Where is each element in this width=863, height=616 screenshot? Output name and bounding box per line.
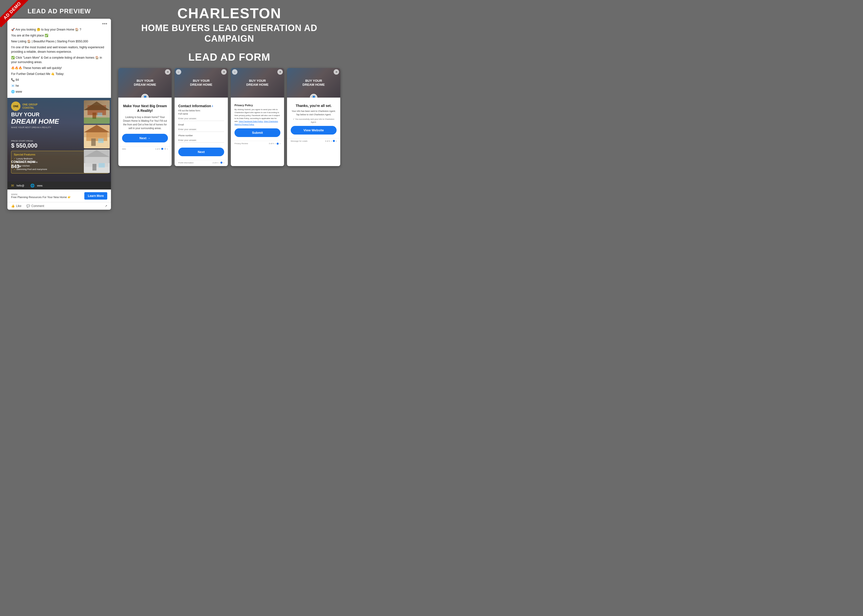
close-button-intro[interactable]: ✕ [165,69,170,75]
thanks-title: Thanks, you're all set. [291,104,337,108]
privacy-steps: 3 of 4 ‹ › [269,142,280,145]
thanks-view-website-button[interactable]: View Website [291,126,337,135]
form-card-prefill-footer: Prefill Information 2 of 4 ‹ › [175,160,228,166]
step-2-label: 2 of 4 [213,162,217,164]
step-3-label: 3 of 4 [269,142,274,145]
intro-next-button[interactable]: Next → [122,134,168,142]
step-dot-4a [333,140,335,142]
svg-rect-6 [84,118,110,124]
contact-number: 843- [11,163,35,169]
main-title: CHARLESTON [118,5,340,22]
svg-rect-18 [99,163,105,168]
ad-text-line-6: 🔥🔥🔥 These homes will sell quickly! [11,66,107,70]
cta-text: Free Planning Resources For Your New Hom… [11,196,84,199]
form-card-prefill-nav: ‹ ✕ [176,69,227,75]
form-card-privacy-nav: ‹ ✕ [232,69,283,75]
comment-button[interactable]: 💬 Comment [27,204,44,208]
form-card-prefill-body: Contact Information ℹ Fill out the below… [175,97,228,160]
intro-body: Looking to buy a dream home? Your Dream … [122,115,168,130]
ad-card-text: 🚀 Are you looking 🤔 to buy your Dream Ho… [7,27,111,98]
ad-text-email: 📧 he [11,83,107,88]
ad-bottom-bar: ✉ hello@ 🌐 www. [7,182,111,190]
svg-rect-12 [98,138,104,143]
form-card-thanks-img: ✕ BUY YOUR DREAM HOME 👤 [287,68,340,97]
ad-text-line-2: You are at the right place ✅ [11,33,107,38]
step-forward-2[interactable]: › [224,161,224,164]
fullname-input[interactable] [178,116,224,121]
svg-rect-9 [86,132,107,141]
bottom-web-text: www. [37,184,43,187]
step-dot-2 [164,148,166,150]
phone-input[interactable] [178,138,224,143]
step-back-2[interactable]: ‹ [219,161,219,164]
like-button[interactable]: 👍 Like [11,204,22,208]
house-photo-2 [84,125,110,148]
fullname-label: Full name [178,113,224,115]
form-card-intro-footer: Intro 1 of 4 › [118,146,172,152]
bottom-email-text: hello@ [17,184,24,187]
form-card-prefill: ‹ ✕ BUY YOUR DREAM HOME Contact Informat… [175,68,228,166]
close-button-privacy[interactable]: ✕ [277,69,283,75]
form-card-privacy-body: Privacy Policy By clicking Submit, you a… [231,97,284,141]
svg-rect-17 [93,164,96,171]
privacy-submit-button[interactable]: Submit [235,128,280,137]
step-dot-1 [161,148,163,150]
cta-www: WWW. [11,193,84,196]
form-card-thanks: ✕ BUY YOUR DREAM HOME 👤 Thanks, you're a… [287,68,340,166]
step-dot-3a [277,143,279,145]
prefill-title: Contact Information [178,104,211,108]
logo-circle: ONE [11,102,20,111]
house-photo-3 [84,149,110,173]
left-section: LEAD AD PREVIEW ••• 🚀 Are you looking 🤔 … [7,7,111,210]
thumb-up-icon: 👍 [11,204,15,208]
prefill-next-button[interactable]: Next [178,148,224,156]
ad-cta-bar: WWW. Free Planning Resources For Your Ne… [7,190,111,202]
learn-more-button[interactable]: Learn More [84,192,107,200]
step-forward-4[interactable]: › [336,140,337,142]
svg-rect-15 [85,157,109,167]
logo-area: ONE ONE GROUP COASTAL [11,102,38,111]
phone-label: Phone number [178,134,224,137]
form-card-privacy: ‹ ✕ BUY YOUR DREAM HOME Privacy Policy B… [231,68,284,166]
form-card-intro-nav: ✕ [120,69,170,75]
form-card-intro: ✕ BUY YOUR DREAM HOME 👤 Make Your Next B… [118,68,172,166]
ad-demo-ribbon: AD DEMO [0,0,30,30]
step-forward-3[interactable]: › [280,142,280,145]
ad-text-line-3: New Listing 🏠 | Beautiful Places | Start… [11,39,107,44]
ad-social-bar: 👍 Like 💬 Comment ↗ [7,202,111,210]
house-photos [84,100,110,173]
form-card-thanks-body: Thanks, you're all set. Your info has be… [287,97,340,138]
ad-text-line-5: ✅ Click "Learn More" & Get a complete li… [11,55,107,64]
ad-text-line-4: I'm one of the most trusted and well kno… [11,45,107,54]
back-button-prefill[interactable]: ‹ [176,69,181,75]
contact-section: CONTACT NOW 843- [11,160,35,169]
ad-cta-left: WWW. Free Planning Resources For Your Ne… [11,193,84,199]
ad-headline: BUY YOUR DREAM HOME MAKE YOUR NEXT DREAM… [11,112,81,129]
privacy-footer-label: Privacy Review [235,142,248,145]
intro-steps: 1 of 4 › [155,148,168,150]
step-forward-1[interactable]: › [167,148,168,150]
comment-icon: 💬 [27,204,30,208]
thanks-note: ✓ You successfully sent your info to Cha… [291,118,337,123]
headline-line2: DREAM HOME [11,118,81,126]
form-card-prefill-img: ‹ ✕ BUY YOUR DREAM HOME [175,68,228,97]
back-button-privacy[interactable]: ‹ [232,69,238,75]
sub-title: HOME BUYERS LEAD GENERATION AD CAMPAIGN [118,23,340,44]
close-button-thanks[interactable]: ✕ [334,69,339,75]
lead-form-title: LEAD AD FORM [118,51,340,63]
step-back-4[interactable]: ‹ [331,140,332,142]
comment-label: Comment [31,204,44,208]
share-button[interactable]: ↗ [105,204,107,208]
ad-demo-label: AD DEMO [0,0,29,27]
headline-line1: BUY YOUR [11,112,81,118]
form-card-thanks-img-text: BUY YOUR DREAM HOME [302,79,325,87]
step-back-3[interactable]: ‹ [275,142,276,145]
close-button-prefill[interactable]: ✕ [221,69,227,75]
intro-title: Make Your Next Big Dream A Reality! [122,104,168,113]
email-input[interactable] [178,127,224,132]
contact-label: CONTACT NOW [11,160,35,163]
privacy-link-1[interactable]: View Facebook Data Policy. [239,120,263,123]
prefill-subtitle: Fill out the below form: [178,109,224,112]
share-icon: ↗ [105,204,107,208]
right-section: CHARLESTON HOME BUYERS LEAD GENERATION A… [118,5,340,166]
